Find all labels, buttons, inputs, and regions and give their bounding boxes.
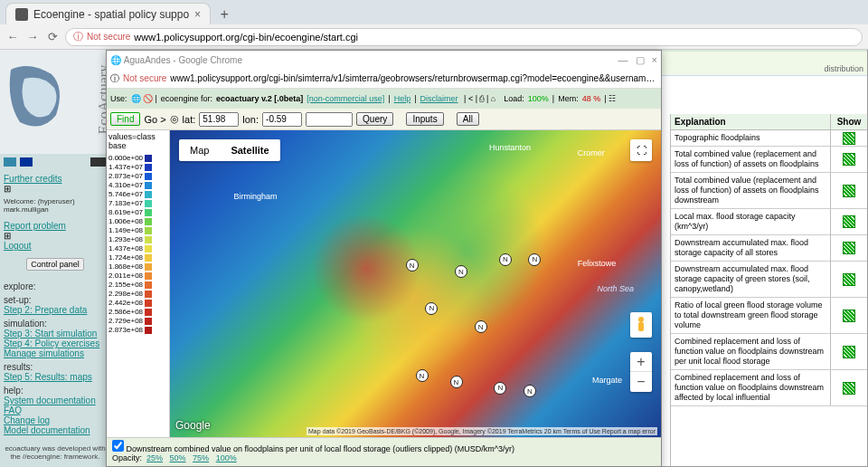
- legend-row: 0.000e+00: [108, 154, 167, 162]
- map-marker[interactable]: N: [494, 382, 506, 395]
- control-panel-button[interactable]: Control panel: [26, 258, 84, 271]
- modeldoc-link[interactable]: Model documentation: [4, 425, 107, 435]
- map-canvas[interactable]: Map Satellite ⛶ + − N N N N N N N N N N …: [170, 130, 661, 437]
- back-icon[interactable]: ←: [5, 30, 20, 44]
- show-map-button[interactable]: [843, 132, 855, 145]
- info-icon: ⓘ: [73, 30, 83, 43]
- table-row: Downstream accumulated max. flood storag…: [671, 262, 867, 298]
- close-icon[interactable]: ×: [652, 54, 657, 66]
- find-button[interactable]: Find: [110, 112, 140, 126]
- legend-row: 1.868e+08: [108, 262, 167, 271]
- show-map-button[interactable]: [843, 310, 855, 322]
- logout-link[interactable]: Logout: [4, 241, 107, 251]
- show-map-button[interactable]: [843, 346, 855, 358]
- legend-row: 1.724e+08: [108, 253, 167, 262]
- maptype-map[interactable]: Map: [179, 139, 220, 161]
- extra-input[interactable]: [306, 112, 353, 127]
- forward-icon[interactable]: →: [25, 30, 40, 44]
- tab-favicon: [15, 8, 28, 21]
- security-status: Not secure: [87, 32, 130, 42]
- table-row: Downstream accumulated max. flood storag…: [671, 235, 867, 262]
- th-explanation: Explanation: [671, 114, 831, 129]
- popup-title: AguaAndes - Google Chrome: [124, 55, 242, 65]
- map-marker[interactable]: N: [524, 385, 536, 397]
- step5-link[interactable]: Step 5: Results: maps: [4, 372, 107, 382]
- legend-row: 2.586e+08: [108, 308, 167, 316]
- table-row: Topographic floodplains: [671, 130, 867, 147]
- manage-sims-link[interactable]: Manage simulations: [4, 348, 107, 358]
- lon-input[interactable]: [262, 112, 302, 127]
- opacity-50[interactable]: 50%: [170, 453, 186, 462]
- table-row: Total combined value (replacement and lo…: [671, 173, 867, 209]
- url-text: www1.policysupport.org/cgi-bin/ecoengine…: [134, 32, 358, 43]
- faq-link[interactable]: FAQ: [4, 405, 107, 415]
- show-map-button[interactable]: [843, 273, 855, 286]
- svg-point-3: [638, 317, 644, 322]
- table-row: Local max. flood storage capacity (km^3/…: [671, 209, 867, 235]
- zoom-in-icon[interactable]: +: [630, 352, 652, 372]
- target-icon[interactable]: ◎: [170, 113, 179, 125]
- maximize-icon[interactable]: ▢: [636, 54, 645, 66]
- map-marker[interactable]: N: [416, 369, 429, 382]
- th-show: Show: [831, 114, 867, 129]
- step3-link[interactable]: Step 3: Start simulation: [4, 329, 107, 338]
- inputs-button[interactable]: Inputs: [406, 112, 443, 126]
- legend-row: 1.437e+07: [108, 163, 167, 171]
- map-popup-window: 🌐 AguaAndes - Google Chrome — ▢ × ⓘ Not …: [106, 50, 662, 467]
- step2-link[interactable]: Step 2: Prepare data: [4, 305, 107, 315]
- show-map-button[interactable]: [843, 382, 855, 395]
- map-attribution[interactable]: Map data ©2019 GeoBasis-DE/BKG (©2009), …: [307, 427, 657, 435]
- opacity-100[interactable]: 100%: [216, 453, 237, 462]
- legend-row: 1.437e+08: [108, 244, 167, 253]
- opacity-75[interactable]: 75%: [193, 453, 209, 462]
- map-marker[interactable]: N: [455, 265, 467, 278]
- report-problem-link[interactable]: Report problem: [4, 221, 107, 231]
- table-row: Combined replacement and loss of functio…: [671, 334, 867, 370]
- help-link[interactable]: Help: [394, 94, 411, 103]
- table-row: Total combined value (replacement and lo…: [671, 147, 867, 173]
- maptype-satellite[interactable]: Satellite: [220, 139, 279, 161]
- legend-row: 2.729e+08: [108, 317, 167, 325]
- query-button[interactable]: Query: [356, 112, 393, 126]
- map-marker[interactable]: N: [425, 302, 438, 315]
- opacity-25[interactable]: 25%: [146, 453, 163, 462]
- map-marker[interactable]: N: [528, 253, 541, 266]
- map-marker[interactable]: N: [406, 259, 419, 272]
- map-legend: values=class base 0.000e+001.437e+072.87…: [107, 130, 170, 437]
- map-marker[interactable]: N: [475, 320, 487, 333]
- partner-logo-1: [4, 157, 16, 167]
- expand-icon[interactable]: ⊞: [4, 184, 11, 194]
- new-tab-button[interactable]: +: [214, 5, 234, 24]
- tab-close-icon[interactable]: ×: [194, 8, 201, 21]
- show-map-button[interactable]: [843, 215, 855, 228]
- further-credits-link[interactable]: Further credits: [4, 174, 107, 184]
- layer-checkbox[interactable]: Downstream combined value on floodplains…: [112, 444, 514, 453]
- pegman-icon[interactable]: [630, 312, 652, 338]
- noncomm-link[interactable]: [non-commercial use]: [307, 94, 384, 103]
- section-help: help:: [4, 386, 107, 396]
- partner-logo-2: [20, 157, 33, 167]
- section-setup: set-up:: [4, 295, 107, 305]
- browser-tab-main[interactable]: Ecoengine - spatial policy suppo ×: [5, 3, 211, 24]
- fullscreen-icon[interactable]: ⛶: [630, 139, 652, 161]
- zoom-out-icon[interactable]: −: [630, 372, 652, 392]
- address-bar[interactable]: ⓘ Not secure www1.policysupport.org/cgi-…: [65, 28, 863, 46]
- legend-row: 1.006e+08: [108, 217, 167, 225]
- show-map-button[interactable]: [843, 153, 855, 166]
- globe-icon: 🌐: [110, 55, 121, 65]
- svg-rect-4: [638, 322, 644, 331]
- sysdoc-link[interactable]: System documentation: [4, 396, 107, 405]
- step4-link[interactable]: Step 4: Policy exercises: [4, 338, 107, 348]
- reload-icon[interactable]: ⟳: [45, 30, 60, 44]
- show-map-button[interactable]: [843, 242, 855, 254]
- legend-row: 2.873e+08: [108, 326, 167, 334]
- changelog-link[interactable]: Change log: [4, 415, 107, 425]
- show-map-button[interactable]: [843, 185, 855, 197]
- legend-row: 8.619e+07: [108, 208, 167, 216]
- map-marker[interactable]: N: [450, 376, 463, 388]
- all-button[interactable]: All: [457, 112, 479, 126]
- minimize-icon[interactable]: —: [618, 54, 628, 66]
- lat-input[interactable]: [199, 112, 239, 127]
- disc-link[interactable]: Disclaimer: [420, 94, 458, 103]
- map-marker[interactable]: N: [499, 253, 512, 266]
